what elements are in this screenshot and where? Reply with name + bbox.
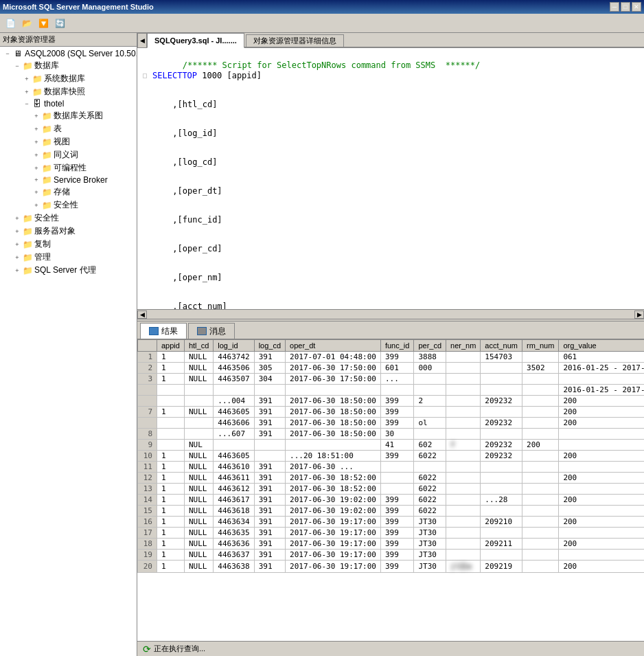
table-row[interactable]: 201NULL44636383912017-06-30 19:17:00399J… [138,561,645,573]
toolbar: 📄 📂 🔽 🔄 [0,14,644,33]
toolbar-new-btn[interactable]: 📄 [3,16,18,31]
table-row[interactable]: 121NULL44636113912017-06-30 18:52:006022… [138,473,645,484]
hscroll-left[interactable]: ◀ [137,310,147,319]
cell-acct_num [481,528,522,539]
close-button[interactable]: ✕ [632,2,641,12]
cell-rownum: 17 [138,528,157,539]
databases-icon: 📁 [22,61,33,71]
cell-per_cd: JT30 [414,517,446,528]
cell-rm_num [522,407,559,418]
expander-server-objects[interactable]: + [12,227,22,236]
expander-management[interactable]: + [12,253,22,262]
cell-per_cd: 000 [414,363,446,374]
sidebar-label-service-broker: Service Broker [54,175,108,185]
sidebar-item-tables[interactable]: + 📁 表 [0,122,137,135]
sidebar-label-views: 视图 [54,136,70,148]
sidebar-item-views[interactable]: + 📁 视图 [0,135,137,148]
table-row[interactable]: 171NULL44636353912017-06-30 19:17:00399J… [138,528,645,539]
expander-synonyms[interactable]: + [32,150,41,160]
cell-ner_nm [446,352,481,363]
expander-security-thotel[interactable]: + [32,201,41,210]
expander-tables[interactable]: + [32,124,41,134]
cell-oper_dt: 2017-06-30 19:17:00 [286,539,381,550]
expander-server[interactable]: − [3,49,12,58]
toolbar-filter-btn[interactable]: 🔽 [36,16,51,31]
cell-org_value: 200 [559,539,644,550]
cell-oper_dt: 2017-07-01 04:48:00 [286,352,381,363]
table-row[interactable]: 101NULL4463605...20 18:51:00399602220923… [138,451,645,462]
table-row[interactable]: 9NUL41602f209232200 [138,440,645,451]
sidebar-item-storage[interactable]: + 📁 存储 [0,185,137,199]
editor-hscroll[interactable]: ◀ ▶ [137,309,644,319]
expander-dbdiagram[interactable]: + [32,111,41,121]
table-row[interactable]: 11NULL44637423912017-07-01 04:48:0039938… [138,352,645,363]
table-row[interactable]: 161NULL44636343912017-06-30 19:17:00399J… [138,517,645,528]
table-row[interactable]: 21NULL44635063052017-06-30 17:50:0060100… [138,363,645,374]
toolbar-open-btn[interactable]: 📂 [19,16,34,31]
sidebar-item-service-broker[interactable]: + 📁 Service Broker [0,174,137,185]
sidebar-item-security[interactable]: + 📁 安全性 [0,212,137,225]
sidebar-item-server[interactable]: − 🖥 ASQL2008 (SQL Server 10.50.1600 - [0,48,137,59]
expander-system-db[interactable]: + [22,74,32,84]
sidebar-item-sql-agent[interactable]: + 📁 SQL Server 代理 [0,264,137,277]
expander-views[interactable]: + [32,137,41,147]
table-row[interactable]: 31NULL44635073042017-06-30 17:50:00... [138,374,645,385]
tab-messages[interactable]: 消息 [188,323,235,339]
cell-log_id: ...004 [214,396,254,407]
tab-scroll-left[interactable]: ◀ [137,33,147,48]
expander-storage[interactable]: + [32,188,41,197]
hscroll-right[interactable]: ▶ [634,310,644,319]
sidebar-label-management: 管理 [34,251,51,263]
sidebar-item-thotel[interactable]: − 🗄 thotel [0,98,137,109]
results-table-container[interactable]: appid htl_cd log_id log_cd oper_dt func_… [137,339,644,641]
cell-appid [157,418,185,429]
sidebar-item-dbdiagram[interactable]: + 📁 数据库关系图 [0,109,137,122]
dbdiagram-icon: 📁 [41,111,52,121]
tab-sqlquery[interactable]: SQLQuery3.sql - JI....... [147,33,244,48]
sidebar-item-management[interactable]: + 📁 管理 [0,251,137,264]
cell-log_cd: 391 [254,539,285,550]
table-row[interactable]: ...0043912017-06-30 18:50:00399220923220… [138,396,645,407]
sql-editor[interactable]: /****** Script for SelectTopNRows comman… [137,48,644,309]
expander-replication[interactable]: + [12,240,22,249]
expander-programmability[interactable]: + [32,163,41,173]
hscroll-track[interactable] [147,311,634,318]
expander-service-broker[interactable]: + [32,175,41,185]
sidebar-item-security-thotel[interactable]: + 📁 安全性 [0,199,137,212]
sidebar-item-server-objects[interactable]: + 📁 服务器对象 [0,225,137,238]
table-row[interactable]: 151NULL44636183912017-06-30 19:02:003996… [138,506,645,517]
expander-security[interactable]: + [12,214,22,223]
cell-acct_num [481,506,522,517]
expander-db-snapshot[interactable]: + [22,87,32,97]
table-row[interactable]: 191NULL44636373912017-06-30 19:17:00399J… [138,550,645,561]
table-row[interactable]: 44636063912017-06-30 18:50:00399ol209232… [138,418,645,429]
status-text: 正在执行查询... [154,644,205,654]
sidebar-item-synonyms[interactable]: + 📁 同义词 [0,148,137,161]
table-row[interactable]: 111NULL44636103912017-06-30 ... [138,462,645,473]
cell-log_id: 4463507 [214,374,254,385]
maximize-button[interactable]: □ [621,2,630,12]
right-content: ◀ SQLQuery3.sql - JI....... 对象资源管理器详细信息 … [137,33,644,656]
table-row[interactable]: 71NULL44636053912017-06-30 18:50:0039920… [138,407,645,418]
table-row[interactable]: 2016-01-25 - 2017-01- [138,385,645,396]
sidebar-content[interactable]: − 🖥 ASQL2008 (SQL Server 10.50.1600 - − … [0,47,137,656]
minimize-button[interactable]: ─ [610,2,619,12]
sidebar-item-databases[interactable]: − 📁 数据库 [0,59,137,72]
expander-sql-agent[interactable]: + [12,266,22,275]
sql-line-htl_cd: ,[htl_cd] [143,100,639,109]
expander-databases[interactable]: − [12,61,22,71]
table-row[interactable]: 181NULL44636363912017-06-30 19:17:00399J… [138,539,645,550]
table-row[interactable]: 8...6073912017-06-30 18:50:0030 [138,429,645,440]
expander-thotel[interactable]: − [22,99,32,109]
tab-objectexplorer[interactable]: 对象资源管理器详细信息 [246,34,344,47]
sidebar-item-system-db[interactable]: + 📁 系统数据库 [0,72,137,85]
sidebar-item-programmability[interactable]: + 📁 可编程性 [0,161,137,174]
table-row[interactable]: 131NULL44636123912017-06-30 18:52:006022 [138,484,645,495]
tab-results[interactable]: 结果 [140,323,187,339]
sidebar-item-db-snapshot[interactable]: + 📁 数据库快照 [0,85,137,98]
table-row[interactable]: 141NULL44636173912017-06-30 19:02:003996… [138,495,645,506]
toolbar-refresh-btn[interactable]: 🔄 [52,16,67,31]
sql-line-oper_nm: ,[oper_nm] [143,273,639,282]
sidebar-item-replication[interactable]: + 📁 复制 [0,238,137,251]
cell-log_cd [254,385,285,396]
